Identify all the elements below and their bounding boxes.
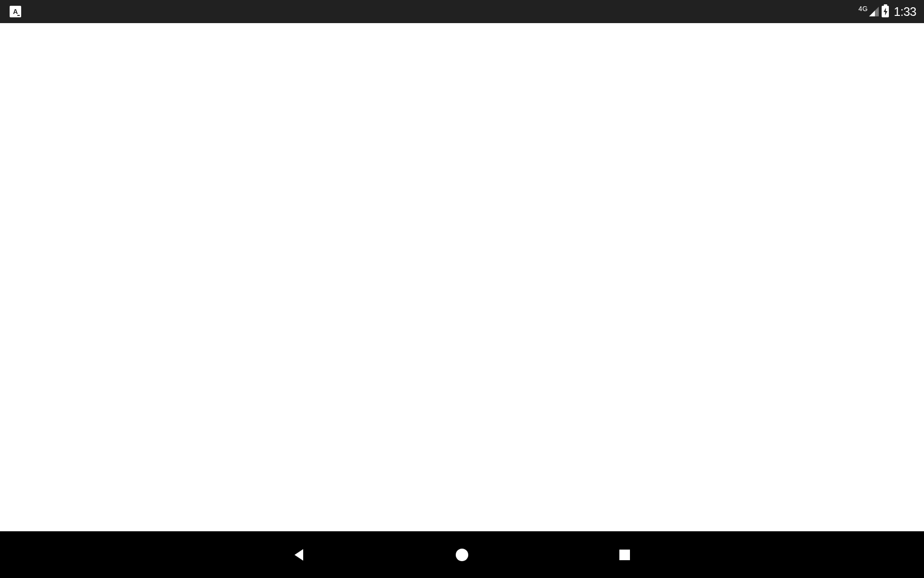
home-circle-icon <box>455 548 469 562</box>
recent-apps-square-icon <box>618 549 631 561</box>
svg-rect-1 <box>619 550 630 560</box>
status-bar-clock: 1:33 <box>894 5 916 19</box>
recent-apps-button[interactable] <box>613 543 636 566</box>
status-bar[interactable]: A 4G 1:33 <box>0 0 924 23</box>
back-triangle-icon <box>293 548 306 562</box>
lightning-bolt-icon <box>883 8 888 15</box>
back-button[interactable] <box>288 543 311 566</box>
battery-charging-icon <box>882 6 889 17</box>
cellular-signal-icon <box>869 7 879 16</box>
status-bar-right: 4G 1:33 <box>859 5 916 19</box>
navigation-bar <box>0 531 924 578</box>
svg-point-0 <box>456 549 468 561</box>
keyboard-indicator-letter: A <box>13 8 18 15</box>
network-type-label: 4G <box>859 5 868 13</box>
keyboard-language-icon: A <box>10 6 21 17</box>
home-button[interactable] <box>450 543 474 566</box>
status-bar-left: A <box>10 6 21 17</box>
app-content-area <box>0 23 924 531</box>
